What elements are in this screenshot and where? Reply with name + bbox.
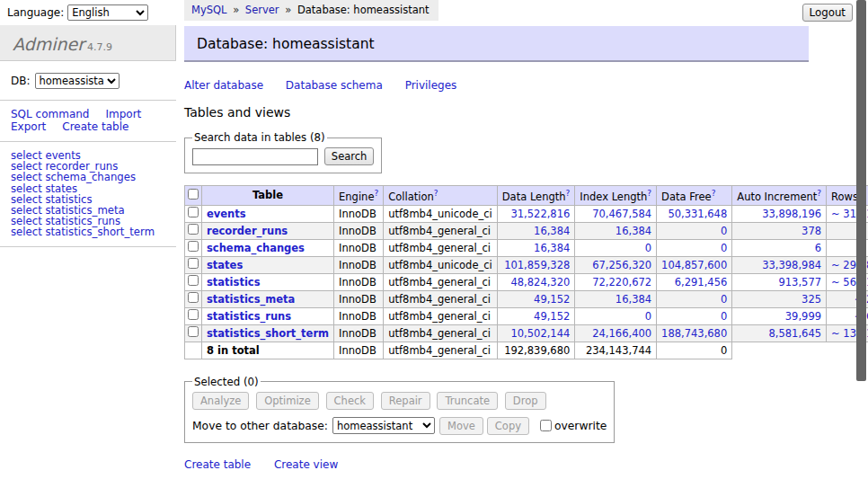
total-collation: utf8mb4_general_ci [384, 342, 498, 359]
create-table-link[interactable]: Create table [62, 120, 128, 133]
auto-increment-link[interactable]: 378 [802, 225, 821, 237]
row-select-checkbox[interactable] [188, 309, 199, 320]
auto-increment-link[interactable]: 33,398,984 [762, 259, 821, 271]
help-link[interactable]: ? [434, 189, 438, 198]
table-name-link[interactable]: statistics_short_term [207, 327, 329, 340]
database-schema-link[interactable]: Database schema [286, 79, 383, 92]
index-length-link[interactable]: 16,384 [616, 293, 651, 306]
row-select-checkbox[interactable] [188, 292, 199, 303]
search-input[interactable] [192, 148, 318, 165]
truncate-button[interactable]: Truncate [437, 392, 498, 410]
language-bar: Language:English [0, 0, 176, 22]
create-view-link[interactable]: Create view [274, 458, 338, 471]
analyze-button[interactable]: Analyze [192, 392, 249, 410]
help-link[interactable]: ? [817, 189, 821, 198]
breadcrumb-separator: » [285, 4, 291, 16]
vertical-scrollbar[interactable] [856, 0, 866, 381]
import-link[interactable]: Import [105, 108, 141, 120]
row-select-checkbox[interactable] [188, 258, 199, 269]
select-schema-changes-link[interactable]: select schema_changes [11, 172, 176, 182]
help-link[interactable]: ? [712, 189, 716, 198]
logout-button[interactable]: Logout [802, 4, 853, 22]
column-header-auto-increment: Auto Increment? [732, 186, 827, 206]
auto-increment-link[interactable]: 913,577 [778, 276, 821, 288]
overwrite-checkbox[interactable] [540, 420, 552, 431]
table-name-link[interactable]: states [207, 259, 243, 271]
db-label: DB: [11, 75, 31, 87]
help-link[interactable]: ? [374, 189, 378, 198]
language-select[interactable]: English [67, 4, 148, 21]
create-table-link-bottom[interactable]: Create table [184, 458, 251, 471]
data-free-link[interactable]: 0 [721, 293, 727, 306]
select-states-link[interactable]: select states [11, 183, 176, 194]
breadcrumb-mysql-link[interactable]: MySQL [191, 4, 227, 16]
row-select-checkbox[interactable] [188, 275, 199, 286]
main-content: MySQL » Server » Database: homeassistant… [184, 0, 824, 488]
index-length-link[interactable]: 16,384 [616, 225, 651, 237]
check-button[interactable]: Check [326, 392, 374, 410]
tables-overview-table: Table Engine? Collation? Data Length? In… [184, 185, 868, 359]
copy-button[interactable]: Copy [487, 417, 529, 435]
data-length-link[interactable]: 101,859,328 [504, 259, 570, 271]
index-length-link[interactable]: 72,220,672 [592, 276, 651, 288]
data-free-link[interactable]: 104,857,600 [661, 259, 727, 271]
privileges-link[interactable]: Privileges [405, 79, 457, 92]
search-button[interactable]: Search [324, 147, 375, 165]
data-length-link[interactable]: 31,522,816 [510, 208, 570, 220]
collation-cell: utf8mb4_unicode_ci [384, 205, 498, 222]
alter-database-link[interactable]: Alter database [184, 79, 263, 92]
column-header-data-length: Data Length? [497, 186, 575, 206]
column-header-engine: Engine? [334, 186, 384, 206]
optimize-button[interactable]: Optimize [256, 392, 319, 410]
auto-increment-link[interactable]: 325 [802, 293, 821, 306]
move-database-select[interactable]: homeassistant [332, 417, 435, 434]
data-free-link[interactable]: 188,743,680 [661, 327, 727, 340]
engine-cell: InnoDB [334, 307, 384, 324]
selected-buttons-row: Analyze Optimize Check Repair Truncate D… [192, 392, 607, 410]
select-all-checkbox[interactable] [188, 189, 199, 200]
breadcrumb: MySQL » Server » Database: homeassistant [184, 0, 438, 21]
index-length-link[interactable]: 24,166,400 [592, 327, 651, 340]
move-button[interactable]: Move [439, 417, 483, 435]
data-free-link[interactable]: 50,331,648 [668, 208, 727, 220]
table-name-link[interactable]: events [207, 208, 246, 220]
auto-increment-link[interactable]: 39,999 [785, 310, 821, 323]
row-select-checkbox[interactable] [188, 326, 199, 337]
db-select[interactable]: homeassistant [35, 73, 120, 89]
table-name-link[interactable]: statistics [207, 276, 261, 288]
row-select-checkbox[interactable] [188, 224, 199, 235]
sql-command-link[interactable]: SQL command [11, 108, 89, 120]
select-statistics-short-term-link[interactable]: select statistics_short_term [11, 226, 176, 237]
data-free-link[interactable]: 0 [721, 310, 727, 323]
row-select-checkbox[interactable] [188, 241, 199, 252]
data-length-link[interactable]: 49,152 [534, 293, 570, 306]
help-link[interactable]: ? [647, 189, 651, 198]
data-free-link[interactable]: 0 [721, 225, 727, 237]
table-name-link[interactable]: statistics_meta [207, 293, 295, 306]
table-name-link[interactable]: statistics_runs [207, 310, 291, 323]
row-select-checkbox[interactable] [188, 207, 199, 217]
table-name-link[interactable]: recorder_runs [207, 225, 288, 237]
data-length-link[interactable]: 10,502,144 [510, 327, 570, 340]
auto-increment-link[interactable]: 8,581,645 [769, 327, 822, 340]
repair-button[interactable]: Repair [381, 392, 430, 410]
index-length-link[interactable]: 70,467,584 [592, 208, 651, 220]
export-link[interactable]: Export [11, 120, 46, 133]
data-free-link[interactable]: 6,291,456 [675, 276, 728, 288]
index-length-link[interactable]: 67,256,320 [592, 259, 651, 271]
data-free-link[interactable]: 0 [721, 242, 727, 254]
auto-increment-link[interactable]: 33,898,196 [762, 208, 821, 220]
data-length-link[interactable]: 49,152 [534, 310, 570, 323]
collation-cell: utf8mb4_general_ci [384, 222, 498, 239]
breadcrumb-server-link[interactable]: Server [245, 4, 279, 16]
index-length-link[interactable]: 0 [645, 310, 651, 323]
auto-increment-link[interactable]: 6 [815, 242, 821, 254]
index-length-link[interactable]: 0 [645, 242, 651, 254]
table-name-link[interactable]: schema_changes [207, 242, 305, 254]
drop-button[interactable]: Drop [505, 392, 546, 410]
data-length-link[interactable]: 16,384 [534, 242, 570, 254]
data-length-link[interactable]: 48,824,320 [510, 276, 570, 288]
data-length-link[interactable]: 16,384 [534, 225, 570, 237]
total-index-length: 234,143,744 [575, 342, 657, 359]
help-link[interactable]: ? [566, 189, 571, 198]
